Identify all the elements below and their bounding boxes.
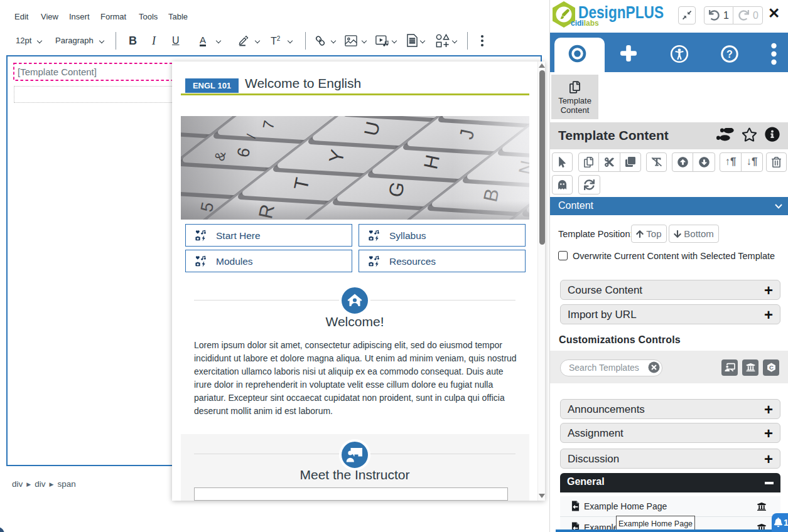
svg-text:?: ?	[726, 49, 733, 60]
svg-text:C: C	[769, 364, 774, 371]
